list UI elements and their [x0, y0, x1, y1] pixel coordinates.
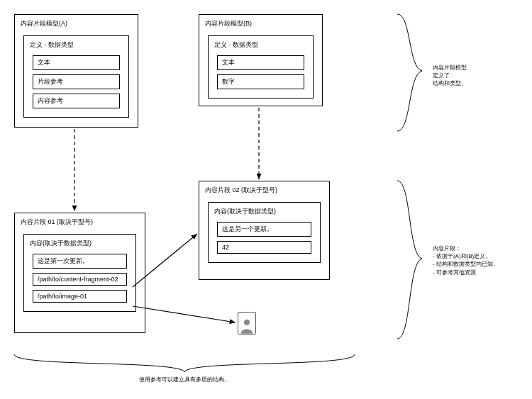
bottom-anno-b2: - 结构和数据类型均已知。 [433, 260, 499, 268]
model-a-box: 内容片段模型(A) 定义 - 数据类型 文本 片段参考 内容参考 [14, 14, 138, 128]
field-text-b: 文本 [217, 55, 304, 70]
frag01-value-text: 这是第一次更新。 [33, 254, 127, 269]
fragment-02-content: 内容(取决于数据类型) 这是另一个更新。 42 [208, 202, 321, 263]
frag02-value-text: 这是另一个更新。 [217, 222, 311, 237]
brace-bottom [397, 181, 422, 339]
field-fragment-ref: 片段参考 [33, 74, 120, 89]
frag01-value-fragref: /path/to/content-fragment-02 [33, 273, 127, 286]
brace-bottom-horizontal [14, 354, 355, 372]
model-a-definition: 定义 - 数据类型 文本 片段参考 内容参考 [23, 35, 129, 118]
model-b-box: 内容片段模型(B) 定义 - 数据类型 文本 数字 [199, 14, 323, 106]
top-annotation: 内容片段模型 定义了 结构和类型。 [433, 64, 467, 88]
bottom-caption: 使用参考可以建立具有多层的结构。 [113, 376, 255, 383]
bottom-annotation: 内容片段： - 依据于(A)和(B)定义。 - 结构和数据类型均已知。 - 可参… [433, 245, 499, 276]
fragment-02-box: 内容片段 02 (取决于型号) 内容(取决于数据类型) 这是另一个更新。 42 [199, 181, 330, 280]
field-content-ref: 内容参考 [33, 94, 120, 108]
frag01-value-contentref: /path/to/image-01 [33, 290, 127, 303]
model-a-title: 内容片段模型(A) [15, 15, 138, 31]
model-b-title: 内容片段模型(B) [199, 15, 322, 31]
frag02-value-number: 42 [217, 241, 311, 254]
fragment-02-title: 内容片段 02 (取决于型号) [199, 181, 329, 198]
person-icon [240, 317, 254, 334]
bottom-anno-b3: - 可参考其他资源 [433, 269, 499, 276]
fragment-01-box: 内容片段 01 (取决于型号) 内容(取决于数据类型) 这是第一次更新。 /pa… [14, 213, 145, 333]
brace-top [397, 14, 422, 131]
arrow-contentref-to-image [133, 306, 235, 322]
fragment-01-content-title: 内容(取决于数据类型) [30, 239, 130, 248]
top-anno-l3: 结构和类型。 [433, 79, 467, 87]
field-text: 文本 [33, 55, 120, 70]
svg-point-0 [244, 320, 250, 325]
model-a-def-title: 定义 - 数据类型 [30, 40, 123, 50]
fragment-01-title: 内容片段 01 (取决于型号) [15, 213, 145, 230]
model-b-definition: 定义 - 数据类型 文本 数字 [208, 35, 314, 99]
field-number: 数字 [217, 74, 304, 89]
fragment-01-content: 内容(取决于数据类型) 这是第一次更新。 /path/to/content-fr… [23, 234, 136, 312]
image-placeholder-icon [238, 312, 256, 335]
model-b-def-title: 定义 - 数据类型 [214, 40, 307, 50]
bottom-anno-title: 内容片段： [433, 245, 499, 252]
top-anno-l1: 内容片段模型 [433, 64, 467, 72]
fragment-02-content-title: 内容(取决于数据类型) [214, 207, 314, 216]
bottom-anno-b1: - 依据于(A)和(B)定义。 [433, 252, 499, 260]
top-anno-l2: 定义了 [433, 72, 467, 79]
